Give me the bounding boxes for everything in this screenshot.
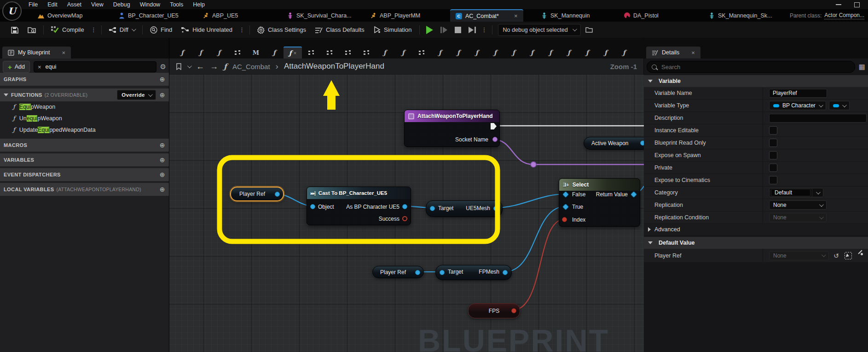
asset-tab-sk-survival[interactable]: SK_Survival_Chara...: [287, 9, 352, 22]
frame-step-button[interactable]: [440, 27, 447, 33]
graph-tab[interactable]: [302, 47, 320, 59]
browse-asset-button[interactable]: [23, 24, 41, 36]
node-fpmesh[interactable]: Target FPMesh: [435, 265, 512, 280]
menu-file[interactable]: File: [29, 1, 38, 8]
expose-to-cinematics-checkbox[interactable]: [769, 176, 777, 184]
asset-tab-da-pistol[interactable]: DA_Pistol: [624, 9, 659, 22]
details-tab[interactable]: Details ×: [646, 47, 700, 59]
private-checkbox[interactable]: [769, 164, 777, 172]
eyedropper-icon[interactable]: [857, 252, 864, 259]
class-settings-button[interactable]: Class Settings: [253, 24, 311, 36]
menu-window[interactable]: Window: [140, 1, 160, 8]
graph-canvas[interactable]: BLUEPRINT: [169, 75, 644, 352]
add-graph-icon[interactable]: ⊕: [160, 76, 165, 83]
node-player-ref-2[interactable]: Player Ref: [372, 266, 424, 278]
nav-back-icon[interactable]: ←: [196, 62, 204, 71]
graph-tab[interactable]: ƒ: [486, 47, 504, 59]
debug-object-dropdown[interactable]: No debug object selected: [498, 24, 581, 36]
use-selected-asset-icon[interactable]: ↺: [833, 252, 839, 259]
graph-tab[interactable]: ƒ: [615, 47, 633, 59]
return-value-output-pin[interactable]: [631, 191, 637, 198]
blueprint-search-box[interactable]: ×: [34, 61, 156, 72]
graph-tab[interactable]: ƒ: [523, 47, 541, 59]
function-item-equipweapon[interactable]: ƒ EquipWeapon: [0, 101, 169, 112]
graph-tab[interactable]: [412, 47, 431, 59]
function-item-unequipweapon[interactable]: ƒ UnequipWeapon: [0, 112, 169, 124]
graph-tab[interactable]: ƒ: [376, 47, 394, 59]
add-local-variable-icon[interactable]: ⊕: [160, 186, 165, 193]
graph-tab[interactable]: ƒ: [173, 47, 191, 59]
node-select[interactable]: Ǝ+ Select False Return Value True Index: [559, 178, 640, 227]
advanced-row[interactable]: Advanced: [644, 224, 868, 235]
asset-tab-abp-ue5[interactable]: ABP_UE5: [203, 9, 238, 22]
functions-section-header[interactable]: FUNCTIONS (2 OVERRIDABLE) Override ⊕: [0, 88, 169, 101]
parent-class-link[interactable]: Actor Compon...: [824, 12, 864, 19]
graph-tab[interactable]: ƒ: [265, 47, 284, 59]
true-input-pin[interactable]: [562, 204, 569, 210]
graph-tab[interactable]: [339, 47, 357, 59]
details-search-input[interactable]: [660, 63, 850, 71]
save-button[interactable]: [6, 24, 23, 36]
minimize-button[interactable]: [836, 4, 841, 5]
node-fps[interactable]: FPS: [468, 303, 520, 318]
graph-tab[interactable]: ƒ: [431, 47, 449, 59]
local-variables-section-header[interactable]: LOCAL VARIABLES (ATTACHWEAPONTOPLAYERHAN…: [0, 183, 169, 196]
node-ue5mesh[interactable]: Target UE5Mesh: [426, 200, 503, 217]
blueprint-search-input[interactable]: [45, 63, 152, 70]
add-function-icon[interactable]: ⊕: [160, 91, 165, 99]
player-ref-output-pin[interactable]: [275, 192, 280, 197]
fpmesh-output-pin[interactable]: [503, 270, 508, 275]
variables-section-header[interactable]: VARIABLES ⊕: [0, 153, 169, 166]
player-ref-output-pin[interactable]: [415, 270, 420, 275]
category-dropdown[interactable]: Default: [769, 188, 823, 197]
stop-button[interactable]: [455, 27, 461, 33]
bookmark-icon[interactable]: [176, 63, 182, 70]
as-bp-character-output-pin[interactable]: [402, 204, 407, 209]
asset-tab-ac-combat[interactable]: C AC_Combat* ×: [450, 9, 523, 22]
hide-unrelated-button[interactable]: Hide Unrelated: [177, 24, 237, 36]
graph-tab[interactable]: ƒ: [191, 47, 210, 59]
node-cast-to-bp-character[interactable]: ▸▸| Cast To BP_Character_UE5 Object As B…: [307, 187, 411, 225]
chevron-down-icon[interactable]: [187, 64, 192, 68]
breadcrumb-current[interactable]: AttachWeaponToPlayerHand: [284, 62, 384, 71]
node-player-ref[interactable]: Player Ref: [230, 187, 284, 201]
object-input-pin[interactable]: [310, 204, 315, 209]
nav-forward-icon[interactable]: →: [210, 62, 218, 71]
success-output-pin[interactable]: [402, 216, 407, 221]
debug-browse-button[interactable]: [581, 24, 597, 36]
graph-tab[interactable]: ƒ: [449, 47, 468, 59]
details-search-box[interactable]: [647, 61, 855, 73]
variable-section-header[interactable]: Variable: [644, 75, 868, 87]
add-button[interactable]: + Add: [3, 61, 30, 73]
expose-on-spawn-checkbox[interactable]: [769, 151, 777, 159]
graphs-section-header[interactable]: GRAPHS ⊕: [0, 73, 169, 86]
function-item-updateequippedweapondata[interactable]: ƒ UpdateEquippedWeaponData: [0, 124, 169, 135]
variable-type-dropdown[interactable]: BP Character: [769, 101, 826, 110]
display-filter-icon[interactable]: ▦: [859, 63, 865, 71]
graph-tab[interactable]: ƒ: [560, 47, 578, 59]
asset-tab-sk-mannequin[interactable]: SK_Mannequin: [541, 9, 590, 22]
ue5mesh-output-pin[interactable]: [493, 206, 498, 211]
event-dispatchers-section-header[interactable]: EVENT DISPATCHERS ⊕: [0, 168, 169, 181]
add-event-dispatcher-icon[interactable]: ⊕: [160, 171, 165, 178]
target-input-pin[interactable]: [440, 270, 445, 275]
breadcrumb-root[interactable]: AC_Combat: [232, 63, 270, 70]
graph-tab-active[interactable]: ƒ×: [284, 47, 302, 59]
graph-tab[interactable]: ƒ: [541, 47, 560, 59]
asset-tab-overviewmap[interactable]: OverviewMap: [38, 9, 82, 22]
my-blueprint-tab[interactable]: My Blueprint ×: [2, 47, 71, 59]
active-weapon-output-pin[interactable]: [640, 141, 644, 146]
menu-view[interactable]: View: [91, 1, 104, 8]
menu-asset[interactable]: Asset: [67, 1, 81, 8]
compile-button[interactable]: Compile: [46, 24, 89, 36]
graph-tab[interactable]: ƒ: [468, 47, 486, 59]
variable-name-input[interactable]: PlayerRef: [769, 89, 827, 98]
menu-help[interactable]: Help: [193, 1, 205, 8]
play-options-icon[interactable]: ⋮: [480, 26, 489, 33]
add-variable-icon[interactable]: ⊕: [160, 156, 165, 164]
socket-name-pin[interactable]: [492, 137, 498, 142]
close-icon[interactable]: ×: [691, 49, 695, 56]
expand-arrow-icon[interactable]: [4, 94, 8, 96]
asset-tab-sk-mannequin-sk[interactable]: SK_Mannequin_Sk...: [709, 9, 772, 22]
clear-search-icon[interactable]: ×: [38, 64, 41, 70]
